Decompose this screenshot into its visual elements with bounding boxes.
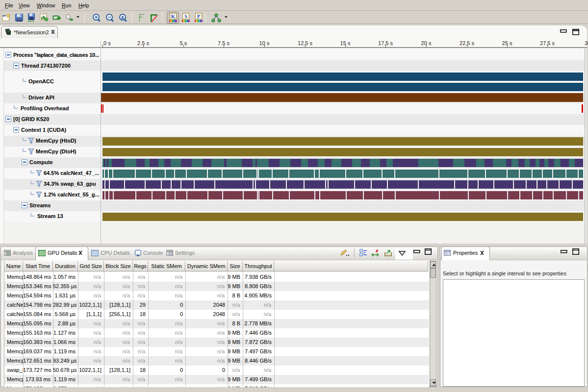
svg-text:S: S <box>184 13 187 19</box>
svg-text:K: K <box>171 13 176 19</box>
svg-text:P: P <box>197 13 201 19</box>
